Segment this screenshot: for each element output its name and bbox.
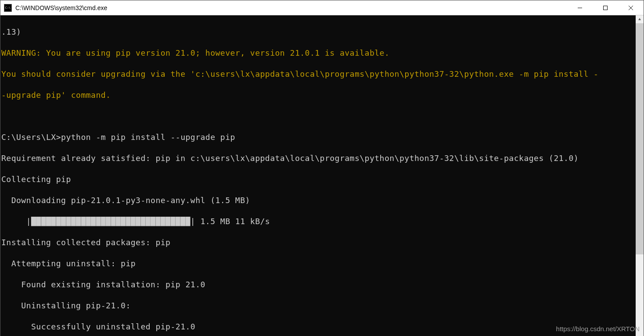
close-button[interactable] xyxy=(618,0,644,15)
output-warning: WARNING: You are using pip version 21.0;… xyxy=(1,48,636,58)
progress-bar: |████████████████████████████████| 1.5 M… xyxy=(1,216,636,227)
scroll-up-arrow-icon[interactable] xyxy=(636,15,644,23)
close-icon xyxy=(628,5,633,11)
scrollbar-thumb[interactable] xyxy=(636,23,644,254)
scrollbar-track[interactable] xyxy=(636,23,644,336)
titlebar-left: C:\WINDOWS\system32\cmd.exe xyxy=(0,4,107,12)
cmd-icon xyxy=(4,4,12,12)
minimize-button[interactable] xyxy=(567,0,593,15)
output-line: Attempting uninstall: pip xyxy=(1,258,636,269)
maximize-button[interactable] xyxy=(593,0,618,15)
terminal-output[interactable]: .13) WARNING: You are using pip version … xyxy=(0,15,636,336)
output-line: Found existing installation: pip 21.0 xyxy=(1,279,636,290)
window-controls xyxy=(567,0,644,15)
svg-rect-1 xyxy=(604,6,608,10)
output-line: Downloading pip-21.0.1-py3-none-any.whl … xyxy=(1,195,636,206)
output-line: Collecting pip xyxy=(1,174,636,185)
output-line: Uninstalling pip-21.0: xyxy=(1,300,636,311)
terminal-area: .13) WARNING: You are using pip version … xyxy=(0,15,644,336)
maximize-icon xyxy=(603,5,608,11)
output-line: Installing collected packages: pip xyxy=(1,237,636,248)
prompt-line: C:\Users\LX>python -m pip install --upgr… xyxy=(1,132,636,143)
output-line: Successfully uninstalled pip-21.0 xyxy=(1,322,636,332)
minimize-icon xyxy=(577,5,583,11)
svg-marker-4 xyxy=(638,18,641,20)
output-warning: -upgrade pip' command. xyxy=(1,90,636,100)
output-warning: You should consider upgrading via the 'c… xyxy=(1,69,636,79)
window-title: C:\WINDOWS\system32\cmd.exe xyxy=(15,4,107,11)
output-blank xyxy=(1,111,636,122)
output-line: Requirement already satisfied: pip in c:… xyxy=(1,153,636,164)
titlebar[interactable]: C:\WINDOWS\system32\cmd.exe xyxy=(0,0,644,15)
vertical-scrollbar[interactable] xyxy=(636,15,644,336)
cmd-window: C:\WINDOWS\system32\cmd.exe .13) WARNING… xyxy=(0,0,644,336)
output-line: .13) xyxy=(1,27,636,37)
